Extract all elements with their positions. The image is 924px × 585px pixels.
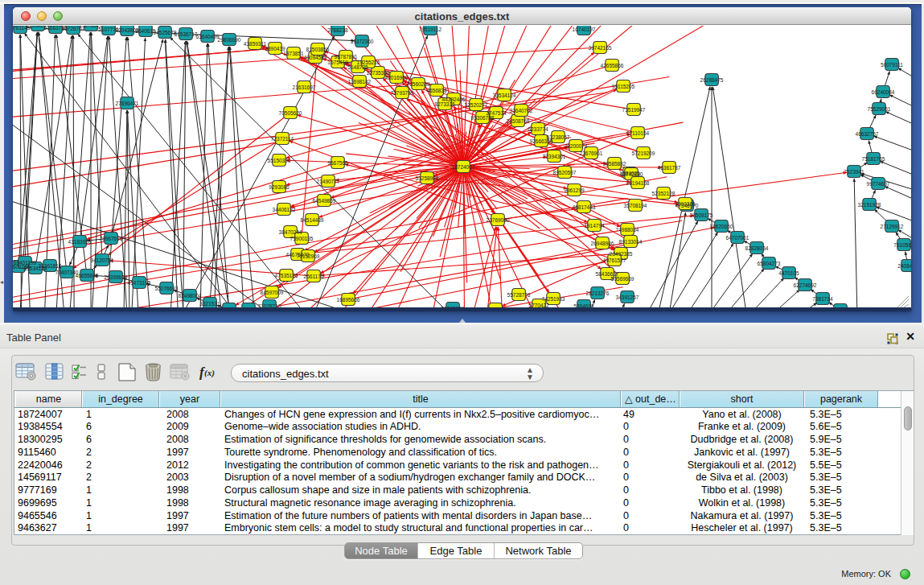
svg-text:64707061: 64707061 <box>726 235 749 241</box>
svg-text:74251933: 74251933 <box>542 296 565 302</box>
svg-text:46855845: 46855845 <box>76 273 99 278</box>
svg-text:74988034: 74988034 <box>616 227 639 233</box>
svg-text:21631697: 21631697 <box>293 84 316 90</box>
svg-text:70505620: 70505620 <box>279 110 302 116</box>
svg-text:19255216: 19255216 <box>357 60 380 65</box>
svg-text:7523941: 7523941 <box>844 169 864 175</box>
svg-text:4470105: 4470105 <box>778 270 799 276</box>
svg-text:65804273: 65804273 <box>758 261 781 266</box>
svg-text:95306788: 95306788 <box>471 115 495 121</box>
svg-text:94120751: 94120751 <box>91 257 114 263</box>
svg-text:75529051: 75529051 <box>868 106 891 112</box>
svg-text:8273315: 8273315 <box>434 101 455 107</box>
svg-text:69401199: 69401199 <box>14 260 37 266</box>
svg-text:53936531: 53936531 <box>237 307 261 307</box>
svg-text:55150390: 55150390 <box>268 158 291 163</box>
svg-text:75181765: 75181765 <box>862 156 885 162</box>
svg-text:49761527: 49761527 <box>603 257 626 263</box>
svg-text:5148725: 5148725 <box>347 64 368 70</box>
svg-text:98787891: 98787891 <box>335 54 358 60</box>
svg-text:20399639: 20399639 <box>105 274 128 280</box>
svg-text:72394301: 72394301 <box>543 154 566 159</box>
svg-text:84597009: 84597009 <box>261 290 284 295</box>
svg-text:53258988: 53258988 <box>416 175 439 181</box>
svg-text:75793759: 75793759 <box>391 90 414 96</box>
svg-text:52352128: 52352128 <box>652 191 676 196</box>
svg-text:16740197: 16740197 <box>573 27 596 32</box>
svg-text:26948946: 26948946 <box>591 241 614 246</box>
svg-text:40094589: 40094589 <box>304 55 327 60</box>
svg-text:33640702: 33640702 <box>510 108 533 113</box>
svg-text:7381734: 7381734 <box>812 296 833 302</box>
svg-text:99115205: 99115205 <box>612 84 635 89</box>
svg-text:1675419: 1675419 <box>327 60 348 65</box>
svg-text:5770422: 5770422 <box>528 303 549 307</box>
svg-text:2788238: 2788238 <box>327 27 348 33</box>
svg-text:84514489: 84514489 <box>301 217 324 223</box>
svg-text:26194158: 26194158 <box>626 180 650 186</box>
svg-text:82828034: 82828034 <box>745 245 769 251</box>
svg-text:41473195: 41473195 <box>128 280 151 286</box>
svg-text:94525678: 94525678 <box>154 30 177 35</box>
svg-text:89520597: 89520597 <box>553 170 577 175</box>
svg-text:23769080: 23769080 <box>487 217 510 223</box>
svg-text:3321531: 3321531 <box>199 301 220 307</box>
svg-text:26288475: 26288475 <box>700 77 724 83</box>
svg-text:81503856: 81503856 <box>306 47 330 52</box>
svg-text:9961299: 9961299 <box>564 187 585 193</box>
svg-text:74119726: 74119726 <box>484 307 507 307</box>
svg-text:29806690: 29806690 <box>218 37 241 43</box>
svg-text:9293086: 9293086 <box>269 184 290 190</box>
svg-text:27896471: 27896471 <box>116 101 139 106</box>
svg-text:34391257: 34391257 <box>616 295 639 300</box>
svg-text:32520277: 32520277 <box>465 102 488 108</box>
svg-text:1914794: 1914794 <box>584 223 605 229</box>
svg-text:21490777: 21490777 <box>317 179 340 184</box>
svg-text:18620650: 18620650 <box>710 224 733 229</box>
svg-text:43742830: 43742830 <box>620 171 643 177</box>
svg-text:30534124: 30534124 <box>493 93 516 98</box>
svg-text:43859311: 43859311 <box>244 41 267 47</box>
svg-text:55298556: 55298556 <box>441 306 465 307</box>
svg-text:2561176: 2561176 <box>304 274 324 279</box>
svg-text:61536717: 61536717 <box>175 31 198 37</box>
svg-text:9667566: 9667566 <box>327 160 348 166</box>
svg-text:71028710: 71028710 <box>258 303 281 307</box>
svg-text:16895666: 16895666 <box>337 297 360 303</box>
svg-text:73560289: 73560289 <box>407 81 430 87</box>
svg-text:42016960: 42016960 <box>385 75 409 80</box>
svg-text:28213276: 28213276 <box>586 290 610 296</box>
svg-text:46361787: 46361787 <box>658 165 681 171</box>
svg-text:90585882: 90585882 <box>603 161 626 167</box>
svg-text:50079111: 50079111 <box>881 62 903 68</box>
svg-text:67110154: 67110154 <box>626 130 650 136</box>
svg-text:57219209: 57219209 <box>632 150 655 156</box>
svg-text:(x): (x) <box>204 368 215 378</box>
svg-text:62274692: 62274692 <box>794 282 817 288</box>
svg-text:46817443: 46817443 <box>573 204 596 210</box>
svg-text:20200074: 20200074 <box>565 143 588 149</box>
svg-text:47535126: 47535126 <box>275 273 298 278</box>
svg-text:23676961: 23676961 <box>580 150 603 156</box>
svg-text:38470244: 38470244 <box>279 229 302 235</box>
svg-text:55076693: 55076693 <box>155 286 179 291</box>
svg-text:46632757: 46632757 <box>856 131 879 137</box>
svg-text:9990305: 9990305 <box>675 201 696 207</box>
svg-text:73519947: 73519947 <box>622 107 646 113</box>
svg-text:63640499: 63640499 <box>196 34 220 39</box>
svg-text:23492385: 23492385 <box>610 251 633 257</box>
svg-text:30509175: 30509175 <box>690 212 713 218</box>
svg-text:27129912: 27129912 <box>881 224 904 229</box>
svg-text:79519112: 79519112 <box>419 27 442 32</box>
svg-text:24508768: 24508768 <box>507 118 530 124</box>
svg-text:7610562: 7610562 <box>893 242 911 248</box>
svg-text:43183955: 43183955 <box>68 239 92 245</box>
svg-text:99774697: 99774697 <box>867 181 890 187</box>
svg-text:92666356: 92666356 <box>530 138 553 144</box>
svg-text:72372114: 72372114 <box>271 136 294 142</box>
svg-text:32151928: 32151928 <box>858 202 881 208</box>
svg-text:50569669: 50569669 <box>611 276 634 282</box>
svg-text:34406132: 34406132 <box>273 207 296 212</box>
svg-text:35708194: 35708194 <box>624 203 647 208</box>
svg-text:31361812: 31361812 <box>39 263 62 269</box>
